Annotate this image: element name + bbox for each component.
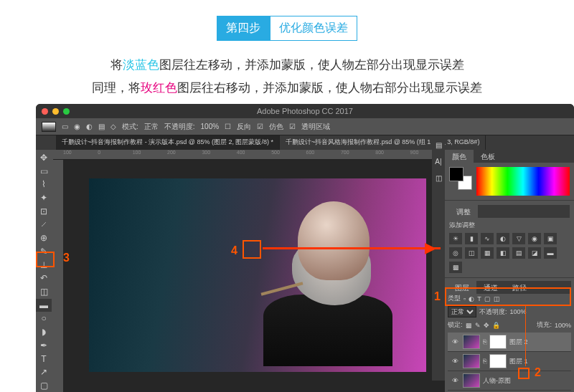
mode-value[interactable]: 正常 <box>144 122 159 132</box>
instr1-pre: 将 <box>110 58 123 72</box>
layer-thumb-icon <box>463 354 480 368</box>
gradient-type-angle-icon[interactable]: ◐ <box>86 123 93 130</box>
mode-label: 模式: <box>122 122 138 132</box>
visibility-icon[interactable]: 👁 <box>450 377 460 384</box>
instr1-post: 图层往左移动，并添加蒙版，使人物左部分出现显示误差 <box>159 58 464 72</box>
crop-tool-icon[interactable]: ⊡ <box>36 205 52 218</box>
dodge-tool-icon[interactable]: ◗ <box>36 325 52 338</box>
opacity-value[interactable]: 100% <box>201 123 220 130</box>
layer-row[interactable]: 👁⎘图层 1 <box>448 352 571 371</box>
annotation-box-1 <box>445 287 571 306</box>
collapsed-panels: ▤ A| ◫ <box>432 135 445 381</box>
annotation-box-2 <box>518 368 530 379</box>
heal-tool-icon[interactable]: ⊕ <box>36 231 52 244</box>
shape-tool-icon[interactable]: ▢ <box>36 379 52 392</box>
lock-label: 锁定: <box>448 320 463 330</box>
threshold-icon[interactable]: ◪ <box>528 247 541 259</box>
gradient-map-icon[interactable]: ▬ <box>544 247 557 259</box>
gradient-type-radial-icon[interactable]: ◉ <box>74 123 80 130</box>
annotation-box-3 <box>36 252 55 267</box>
eyedropper-tool-icon[interactable]: ⟋ <box>36 219 52 231</box>
fg-color-icon[interactable] <box>449 167 464 181</box>
blur-tool-icon[interactable]: ○ <box>36 312 52 325</box>
mask-thumb-icon <box>489 354 507 368</box>
char-icon[interactable]: A| <box>435 158 441 166</box>
lock-all-icon[interactable]: 🔒 <box>492 322 500 329</box>
libraries-icon[interactable]: ◫ <box>436 174 442 182</box>
lookup-icon[interactable]: ▦ <box>481 247 494 259</box>
photo-filter-icon[interactable]: ◎ <box>449 247 462 259</box>
right-panels: 颜色 色板 调整 添加调整 ☀▮∿◐▽◉▣◎ ◫▦◧▤◪▬▩ <box>445 150 574 392</box>
gradient-preview-icon[interactable] <box>42 122 56 132</box>
document-tab[interactable]: 千鹏设计~抖音海报制作教程 - 演示版本.psd @ 85% (图层 2, 图层… <box>56 135 280 150</box>
visibility-icon[interactable]: 👁 <box>450 338 460 345</box>
type-tool-icon[interactable]: T <box>36 353 52 365</box>
adjustments-panel: 调整 添加调整 ☀▮∿◐▽◉▣◎ ◫▦◧▤◪▬▩ <box>445 200 574 277</box>
reverse-checkbox[interactable]: ☐ <box>225 123 231 130</box>
gradient-type-diamond-icon[interactable]: ◇ <box>110 123 116 130</box>
path-tool-icon[interactable]: ↗ <box>36 366 52 379</box>
curves-icon[interactable]: ∿ <box>481 233 494 244</box>
lasso-tool-icon[interactable]: ⌇ <box>36 178 52 191</box>
marquee-tool-icon[interactable]: ▭ <box>36 165 52 178</box>
brightness-icon[interactable]: ☀ <box>449 233 462 244</box>
canvas-image[interactable] <box>89 178 426 372</box>
annotation-box-4 <box>243 240 261 259</box>
options-bar: ▭ ◉ ◐ ▤ ◇ 模式: 正常 不透明度: 100% ☐ 反向 ☑ 仿色 ☑ … <box>36 118 574 135</box>
lock-pixels-icon[interactable]: ✎ <box>475 322 481 329</box>
minimize-icon[interactable] <box>52 108 59 115</box>
gradient-tool-icon[interactable]: ▬ <box>36 299 52 312</box>
canvas-area: 1000100200300400500600700800900 <box>53 150 445 392</box>
layer-row[interactable]: 👁⎘图层 2 <box>448 333 571 352</box>
annotation-vline <box>517 306 534 366</box>
fill-value[interactable]: 100% <box>555 322 571 329</box>
layer-thumb-icon <box>463 335 480 349</box>
annotation-2: 2 <box>535 366 541 379</box>
levels-icon[interactable]: ▮ <box>465 233 478 244</box>
color-spectrum[interactable] <box>476 167 570 196</box>
pen-tool-icon[interactable]: ✒ <box>36 339 52 352</box>
history-brush-icon[interactable]: ↶ <box>36 272 52 285</box>
mixer-icon[interactable]: ◫ <box>465 247 478 259</box>
move-tool-icon[interactable]: ✥ <box>36 151 52 164</box>
opacity-label: 不透明度: <box>479 307 507 317</box>
lock-trans-icon[interactable]: ▩ <box>466 322 472 329</box>
dither-checkbox[interactable]: ☑ <box>257 123 263 130</box>
posterize-icon[interactable]: ▤ <box>512 247 525 259</box>
tools-panel: ✥ ▭ ⌇ ✦ ⊡ ⟋ ⊕ ✎ ⊥ ↶ ◫ ▬ ○ ◗ ✒ T ↗ ▢ <box>36 150 53 392</box>
ruler-vertical <box>53 160 63 392</box>
invert-icon[interactable]: ◧ <box>497 247 509 259</box>
dither-label: 仿色 <box>269 122 283 132</box>
layer-list: 👁⎘图层 2 👁⎘图层 1 👁人物-原图 人物-原图 👁背景 <box>448 333 571 392</box>
link-icon: ⎘ <box>483 358 486 365</box>
gradient-type-linear-icon[interactable]: ▭ <box>62 123 68 130</box>
document-tab[interactable]: 千鹏设计~抖音风格海报制作教程.psd @ 85% (组 1 拷贝 3, RGB… <box>280 135 486 150</box>
fg-bg-colors[interactable] <box>449 167 472 190</box>
visibility-icon[interactable]: 👁 <box>450 358 460 365</box>
vibrance-icon[interactable]: ▽ <box>512 233 525 244</box>
close-icon[interactable] <box>42 108 48 115</box>
instr1-color: 淡蓝色 <box>123 58 159 72</box>
trans-checkbox[interactable]: ☑ <box>289 123 296 130</box>
ruler-horizontal: 1000100200300400500600700800900 <box>53 150 445 160</box>
lock-pos-icon[interactable]: ✥ <box>484 322 489 329</box>
tab-adjustments[interactable]: 调整 <box>449 205 478 218</box>
history-icon[interactable]: ▤ <box>436 141 442 149</box>
adjustment-icons: ☀▮∿◐▽◉▣◎ ◫▦◧▤◪▬▩ <box>449 233 570 273</box>
exposure-icon[interactable]: ◐ <box>497 233 509 244</box>
annotation-1: 1 <box>434 290 441 303</box>
layer-row[interactable]: 👁人物-原图 <box>448 371 571 391</box>
maximize-icon[interactable] <box>63 108 70 115</box>
eraser-tool-icon[interactable]: ◫ <box>36 285 52 298</box>
step-badge: 第四步 <box>217 16 270 41</box>
selective-icon[interactable]: ▩ <box>449 262 462 273</box>
instr2-pre: 同理，将 <box>92 81 141 95</box>
gradient-type-reflected-icon[interactable]: ▤ <box>98 123 105 130</box>
wand-tool-icon[interactable]: ✦ <box>36 191 52 204</box>
trans-label: 透明区域 <box>301 122 330 132</box>
tab-color[interactable]: 颜色 <box>445 150 474 163</box>
bw-icon[interactable]: ▣ <box>544 233 557 244</box>
tab-swatches[interactable]: 色板 <box>474 150 502 163</box>
blend-mode-select[interactable]: 正常 <box>448 306 476 317</box>
hue-icon[interactable]: ◉ <box>528 233 541 244</box>
